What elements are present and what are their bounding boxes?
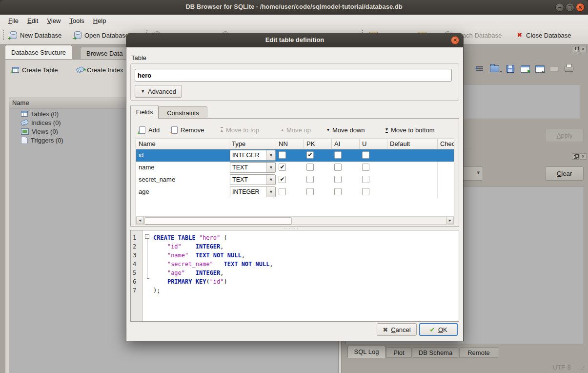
bottom-tab-sql-log[interactable]: SQL Log: [347, 346, 385, 358]
nn-checkbox[interactable]: [279, 151, 286, 159]
u-checkbox[interactable]: [362, 176, 369, 183]
execute-button[interactable]: [519, 62, 531, 76]
ai-checkbox[interactable]: [334, 176, 342, 183]
field-name-cell[interactable]: name: [136, 162, 229, 174]
scrollbar-thumb[interactable]: [144, 217, 292, 225]
move-top-button[interactable]: ▴Move to top: [221, 123, 259, 137]
chevron-down-icon[interactable]: ▼: [266, 175, 275, 185]
chevron-down-icon[interactable]: ▼: [266, 150, 275, 160]
horizontal-scrollbar[interactable]: ◂ ▸: [136, 216, 454, 225]
table-name-input[interactable]: [135, 69, 452, 82]
pk-checkbox[interactable]: [306, 188, 314, 195]
bottom-tab-plot[interactable]: Plot: [386, 347, 412, 358]
column-header-check[interactable]: Check: [438, 139, 454, 149]
column-header-type[interactable]: Type: [229, 139, 276, 149]
column-header-pk[interactable]: PK: [304, 139, 332, 149]
format-text-button[interactable]: [473, 62, 486, 76]
field-row-id[interactable]: idINTEGER▼✔: [136, 149, 454, 162]
check-cell[interactable]: [438, 186, 454, 198]
column-header-u[interactable]: U: [360, 139, 387, 149]
default-cell[interactable]: [387, 186, 438, 198]
field-name-cell[interactable]: age: [136, 186, 229, 198]
chevron-down-icon[interactable]: ▼: [266, 163, 275, 172]
link-button[interactable]: [533, 62, 546, 76]
tab-database-structure[interactable]: Database Structure: [5, 45, 72, 59]
u-checkbox[interactable]: [362, 151, 369, 159]
menu-tools[interactable]: Tools: [65, 16, 88, 26]
advanced-button[interactable]: ▼ Advanced: [135, 85, 182, 98]
menu-file[interactable]: File: [4, 16, 23, 26]
open-database-button[interactable]: ➜ Open Database: [71, 28, 132, 42]
default-cell[interactable]: [387, 174, 438, 186]
u-checkbox[interactable]: [362, 164, 369, 171]
field-row-age[interactable]: ageINTEGER▼: [136, 186, 454, 198]
code-fold-icon[interactable]: −: [145, 234, 149, 239]
check-cell[interactable]: [438, 149, 454, 162]
apply-button[interactable]: Apply: [546, 129, 584, 142]
ai-checkbox[interactable]: [334, 188, 342, 195]
pk-checkbox[interactable]: [306, 164, 314, 171]
column-header-name[interactable]: Name: [136, 139, 229, 149]
dock-float-button[interactable]: [572, 46, 579, 52]
close-window-icon[interactable]: ✕: [576, 3, 585, 12]
field-row-secret_name[interactable]: secret_nameTEXT▼✔: [136, 174, 454, 186]
create-table-button[interactable]: + Create Table: [9, 63, 61, 76]
tab-fields[interactable]: Fields: [130, 105, 159, 119]
u-checkbox[interactable]: [362, 188, 369, 195]
type-combobox[interactable]: INTEGER▼: [230, 150, 276, 161]
nn-checkbox[interactable]: ✔: [279, 176, 286, 183]
minimize-icon[interactable]: −: [555, 3, 564, 12]
default-cell[interactable]: [387, 149, 438, 162]
ai-checkbox[interactable]: [334, 164, 342, 171]
export-file-button[interactable]: [504, 62, 517, 76]
dock-close-button[interactable]: ×: [580, 46, 587, 52]
check-cell[interactable]: [438, 174, 454, 186]
maximize-icon[interactable]: ▢: [566, 3, 574, 12]
print-button[interactable]: [563, 62, 575, 76]
clear-button[interactable]: Clear: [545, 166, 584, 181]
column-header-default[interactable]: Default: [387, 139, 438, 149]
menu-help[interactable]: Help: [89, 16, 111, 26]
field-row-name[interactable]: nameTEXT▼✔: [136, 162, 454, 174]
set-null-button[interactable]: [548, 62, 561, 76]
field-name-cell[interactable]: id: [136, 149, 229, 162]
close-database-button[interactable]: ✖ Close Database: [513, 28, 574, 42]
chevron-down-icon[interactable]: ▼: [266, 187, 275, 197]
resize-grip[interactable]: [580, 365, 585, 370]
pk-checkbox[interactable]: [306, 176, 314, 183]
nn-checkbox[interactable]: [279, 188, 286, 195]
pk-checkbox[interactable]: ✔: [306, 151, 314, 159]
move-down-button[interactable]: ▾Move down: [327, 123, 365, 137]
tab-constraints[interactable]: Constraints: [159, 106, 207, 119]
tab-browse-data[interactable]: Browse Data: [80, 47, 129, 59]
field-name-cell[interactable]: secret_name: [136, 174, 229, 186]
create-index-button[interactable]: + Create Index: [74, 63, 126, 76]
dock-float-button[interactable]: [572, 153, 579, 160]
move-up-button[interactable]: ▴Move up: [281, 123, 311, 137]
move-bottom-button[interactable]: ▾Move to bottom: [385, 123, 435, 137]
bottom-tab-remote[interactable]: Remote: [459, 347, 498, 358]
dialog-titlebar[interactable]: Edit table definition ✕: [126, 34, 463, 47]
nn-checkbox[interactable]: ✔: [279, 164, 286, 171]
ok-button[interactable]: ✔ OK: [419, 323, 458, 336]
menu-edit[interactable]: Edit: [23, 16, 42, 26]
menu-view[interactable]: View: [42, 16, 65, 26]
default-cell[interactable]: [387, 162, 438, 174]
type-combobox[interactable]: TEXT▼: [230, 174, 276, 185]
toolbar-handle[interactable]: [3, 30, 5, 40]
import-file-button[interactable]: ▾: [488, 62, 501, 76]
sql-preview[interactable]: 1234567 − CREATE TABLE "hero" ( "id" INT…: [130, 230, 459, 322]
ai-checkbox[interactable]: [334, 151, 342, 159]
scroll-left-icon[interactable]: ◂: [136, 217, 144, 224]
type-combobox[interactable]: TEXT▼: [230, 162, 276, 173]
type-combobox[interactable]: INTEGER▼: [230, 186, 276, 197]
dock-close-button[interactable]: ×: [580, 153, 587, 160]
column-header-nn[interactable]: NN: [276, 139, 304, 149]
scroll-right-icon[interactable]: ▸: [446, 217, 454, 224]
new-database-button[interactable]: + New Database: [7, 28, 64, 42]
check-cell[interactable]: [438, 162, 454, 174]
column-header-ai[interactable]: AI: [332, 139, 360, 149]
bottom-tab-db-schema[interactable]: DB Schema: [413, 347, 458, 358]
add-button[interactable]: Add: [139, 123, 160, 137]
cancel-button[interactable]: ✖ Cancel: [377, 323, 417, 336]
